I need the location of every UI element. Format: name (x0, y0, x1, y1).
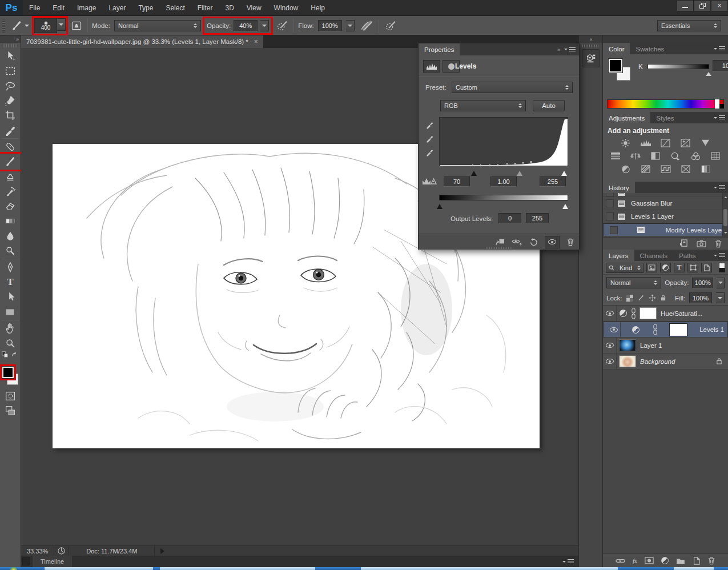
k-value-field[interactable]: 100 (713, 60, 728, 71)
new-adjustment-layer-icon[interactable] (661, 557, 669, 564)
airbrush-button[interactable] (383, 18, 398, 33)
exposure-icon[interactable] (679, 138, 692, 147)
tab-styles[interactable]: Styles (650, 112, 679, 123)
filter-type-layers-icon[interactable]: T (674, 263, 685, 272)
history-item-partial[interactable] (603, 193, 728, 197)
layer-row-background[interactable]: Background (603, 354, 728, 370)
preset-select[interactable]: Custom (452, 82, 573, 93)
channel-mixer-icon[interactable] (689, 151, 702, 160)
history-source-well[interactable] (606, 199, 614, 207)
foreground-color-swatch[interactable] (2, 367, 14, 378)
collapsed-3d-panel-button[interactable] (582, 49, 600, 67)
tab-layers[interactable]: Layers (603, 250, 634, 261)
brush-size-widget[interactable]: 400 (34, 18, 66, 33)
timeline-menu-icon[interactable] (562, 559, 574, 564)
layer-name[interactable]: Layer 1 (640, 342, 662, 349)
rectangle-tool[interactable] (0, 304, 21, 319)
history-scrollbar[interactable] (722, 193, 728, 237)
pressure-opacity-button[interactable] (275, 18, 289, 33)
new-group-folder-icon[interactable] (676, 557, 685, 564)
toolbar-grip[interactable] (3, 44, 18, 47)
dodge-tool[interactable] (0, 243, 21, 258)
lock-position-icon[interactable] (649, 294, 656, 302)
spot-healing-brush-tool[interactable] (0, 139, 21, 154)
swap-colors-icon[interactable] (11, 351, 19, 358)
layer-mask-thumbnail-selected[interactable] (670, 324, 687, 336)
layer-fill-dropdown[interactable] (716, 292, 725, 303)
layer-mask-thumbnail[interactable] (639, 307, 657, 319)
levels-histogram[interactable] (439, 117, 568, 166)
color-balance-icon[interactable] (629, 151, 642, 160)
clone-stamp-tool[interactable] (0, 169, 21, 184)
blend-mode-select[interactable]: Normal (114, 20, 201, 31)
opacity-dropdown-button[interactable] (260, 20, 269, 31)
tab-adjustments[interactable]: Adjustments (603, 112, 650, 123)
flow-dropdown-button[interactable] (346, 20, 355, 31)
scroll-down-icon[interactable] (724, 232, 727, 235)
hue-saturation-icon[interactable] (609, 151, 622, 160)
new-layer-icon[interactable] (693, 557, 700, 565)
airbrush-disabled-button[interactable] (359, 18, 375, 33)
timeline-tab[interactable]: Timeline (33, 556, 72, 567)
layer-fill-field[interactable]: 100% (689, 292, 712, 303)
layer-opacity-field[interactable]: 100% (692, 278, 713, 288)
tab-history[interactable]: History (603, 182, 635, 193)
brush-size-dropdown-button[interactable] (57, 18, 66, 31)
dock-collapse-button[interactable]: « (579, 35, 602, 43)
levels-properties-button[interactable] (423, 60, 440, 73)
restore-button[interactable] (694, 0, 711, 11)
flow-field[interactable]: 100% (318, 20, 342, 31)
menu-filter[interactable]: Filter (191, 4, 219, 12)
history-item[interactable]: Gaussian Blur (603, 197, 728, 210)
filter-toggle-switch[interactable] (719, 263, 725, 272)
rectangular-marquee-tool[interactable] (0, 63, 21, 78)
taskbar-button[interactable] (361, 567, 618, 570)
menu-3d[interactable]: 3D (219, 4, 240, 12)
output-low-field[interactable]: 0 (498, 213, 521, 223)
history-source-well[interactable] (606, 193, 614, 196)
history-source-well[interactable] (606, 212, 614, 220)
scroll-up-icon[interactable] (724, 195, 727, 198)
filter-smart-objects-icon[interactable] (701, 263, 712, 272)
filter-adjustment-layers-icon[interactable] (660, 263, 671, 272)
channel-select[interactable]: RGB (440, 100, 526, 111)
gradient-map-icon[interactable] (699, 164, 712, 174)
auto-button[interactable]: Auto (533, 100, 565, 111)
layer-style-fx-button[interactable]: fx (633, 557, 637, 564)
layer-name[interactable]: Hue/Saturati... (661, 310, 703, 317)
black-white-icon[interactable] (649, 151, 662, 160)
panel-resize-grip[interactable] (486, 247, 512, 249)
scrollbar-thumb[interactable] (723, 209, 727, 226)
menu-select[interactable]: Select (159, 4, 191, 12)
history-brush-tool[interactable] (0, 184, 21, 199)
white-point-eyedropper[interactable] (424, 147, 435, 157)
uncached-histogram-warning-icon[interactable] (422, 176, 437, 186)
snapshot-camera-icon[interactable] (697, 240, 706, 247)
toolbar-collapse-button[interactable]: » (0, 35, 21, 43)
new-document-from-state-icon[interactable] (679, 239, 689, 248)
hand-tool[interactable] (0, 321, 21, 336)
layer-visibility-toggle[interactable] (607, 322, 621, 337)
levels-icon[interactable] (639, 138, 652, 147)
highlights-slider[interactable] (561, 168, 567, 176)
zoom-level-field[interactable]: 33.33% (21, 546, 54, 556)
properties-panel-menu-icon[interactable] (564, 47, 576, 52)
menu-edit[interactable]: Edit (46, 4, 71, 12)
quick-mask-button[interactable] (0, 388, 21, 403)
lasso-tool[interactable] (0, 78, 21, 93)
brush-preset-picker[interactable] (9, 18, 30, 33)
vibrance-icon[interactable] (699, 138, 712, 147)
trash-icon[interactable] (714, 239, 722, 248)
selective-color-icon[interactable] (679, 164, 692, 174)
photo-filter-icon[interactable] (669, 151, 682, 160)
panel-collapse-icon[interactable]: » (557, 47, 560, 53)
layer-thumbnail[interactable] (619, 355, 636, 367)
layer-visibility-toggle[interactable] (603, 338, 617, 353)
lock-transparency-icon[interactable] (626, 295, 633, 302)
output-white-slider[interactable] (562, 201, 568, 209)
shadows-slider[interactable] (471, 168, 477, 176)
layer-name[interactable]: Background (640, 358, 675, 365)
curves-icon[interactable] (659, 138, 672, 147)
link-layers-icon[interactable] (616, 558, 625, 564)
quick-selection-tool[interactable] (0, 93, 21, 108)
